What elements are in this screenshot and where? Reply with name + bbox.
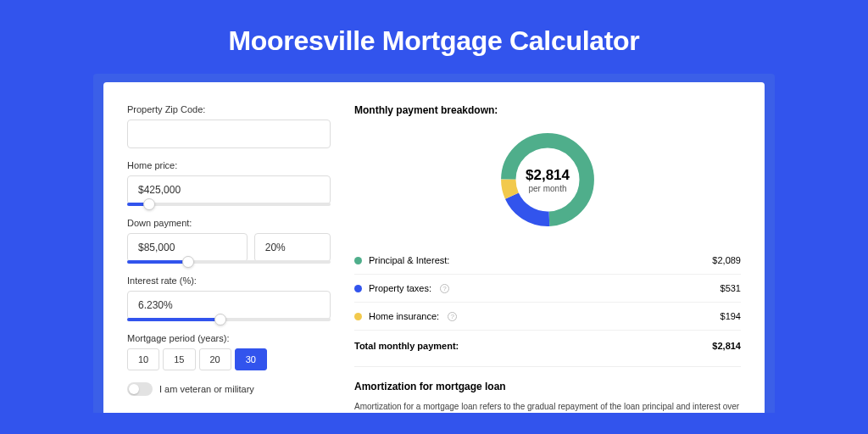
legend-dot-taxes [354,285,362,292]
legend-row-principal: Principal & Interest:$2,089 [354,247,741,275]
legend-dot-principal [354,257,362,264]
info-icon[interactable]: ? [440,284,449,293]
rate-field: Interest rate (%): [127,275,331,321]
legend-amount-taxes: $531 [721,283,741,293]
total-row: Total monthly payment: $2,814 [354,331,741,361]
info-icon[interactable]: ? [448,312,457,321]
zip-label: Property Zip Code: [127,104,331,114]
total-label: Total monthly payment: [354,341,459,351]
donut-sublabel: per month [528,184,566,193]
period-buttons: 10152030 [127,348,331,370]
home-price-slider[interactable] [127,203,331,206]
donut-center: $2,814 per month [496,128,599,231]
legend-label-taxes: Property taxes: [369,283,431,293]
rate-slider[interactable] [127,318,331,321]
veteran-toggle[interactable] [127,382,153,396]
down-payment-label: Down payment: [127,218,331,228]
donut-chart: $2,814 per month [496,128,599,231]
veteran-label: I am veteran or military [159,384,254,394]
calculator-card: Property Zip Code: Home price: Down paym… [103,82,765,413]
amortization-text: Amortization for a mortgage loan refers … [354,401,741,413]
form-panel: Property Zip Code: Home price: Down paym… [127,104,331,413]
veteran-row: I am veteran or military [127,382,331,396]
period-button-30[interactable]: 30 [235,348,267,370]
legend-row-taxes: Property taxes:?$531 [354,275,741,303]
period-button-20[interactable]: 20 [199,348,231,370]
slider-thumb[interactable] [143,198,155,210]
home-price-field: Home price: [127,160,331,206]
legend-label-principal: Principal & Interest: [369,255,449,265]
legend-row-insurance: Home insurance:?$194 [354,303,741,331]
period-button-15[interactable]: 15 [163,348,195,370]
legend-dot-insurance [354,313,362,320]
amortization-title: Amortization for mortgage loan [354,381,741,392]
page-title: Mooresville Mortgage Calculator [0,0,868,74]
breakdown-panel: Monthly payment breakdown: $2,814 per mo… [354,104,741,413]
toggle-knob [129,384,139,394]
rate-input[interactable] [127,291,331,320]
slider-thumb[interactable] [214,314,226,326]
amortization-section: Amortization for mortgage loan Amortizat… [354,366,741,413]
rate-label: Interest rate (%): [127,275,331,286]
zip-input[interactable] [127,120,331,148]
legend-amount-insurance: $194 [721,311,741,321]
down-payment-pct-input[interactable] [254,233,331,262]
card-outer: Property Zip Code: Home price: Down paym… [93,74,775,413]
legend-amount-principal: $2,089 [712,255,741,265]
period-field: Mortgage period (years): 10152030 [127,333,331,370]
period-button-10[interactable]: 10 [127,348,159,370]
total-amount: $2,814 [712,341,741,351]
legend-label-insurance: Home insurance: [369,311,439,321]
zip-field: Property Zip Code: [127,104,331,148]
breakdown-title: Monthly payment breakdown: [354,104,741,116]
home-price-input[interactable] [127,175,331,204]
legend: Principal & Interest:$2,089Property taxe… [354,247,741,331]
home-price-label: Home price: [127,160,331,170]
donut-chart-wrap: $2,814 per month [354,128,741,231]
down-payment-field: Down payment: [127,218,331,264]
slider-thumb[interactable] [182,256,194,268]
donut-amount: $2,814 [526,167,570,184]
period-label: Mortgage period (years): [127,333,331,343]
down-payment-slider[interactable] [127,260,331,264]
